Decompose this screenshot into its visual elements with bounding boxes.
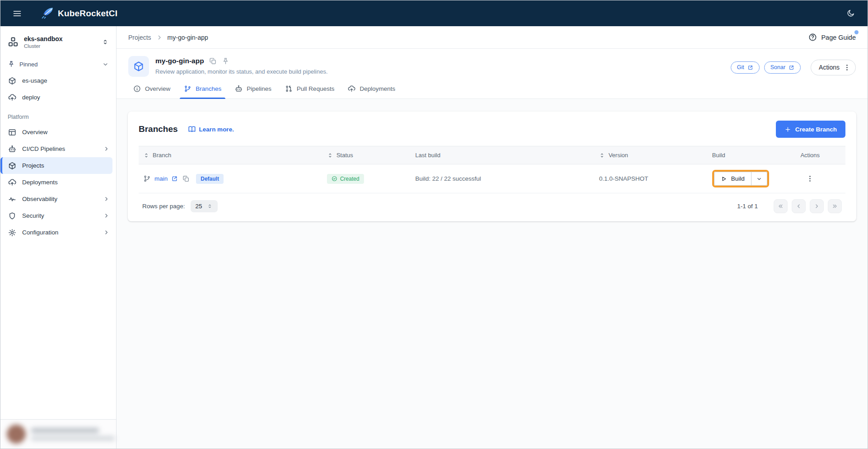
cluster-selector[interactable]: eks-sandbox Cluster (0, 31, 116, 54)
sidebar-item-label: Deployments (22, 179, 58, 186)
copy-icon[interactable] (209, 57, 217, 65)
sidebar-item-label: CI/CD Pipelines (22, 145, 65, 152)
git-branch-icon (184, 85, 191, 93)
hamburger-menu-button[interactable] (9, 6, 25, 21)
sidebar-item-deployments[interactable]: Deployments (0, 174, 116, 191)
brand-name: KubeRocketCI (58, 9, 117, 19)
unfold-more-icon (207, 203, 213, 209)
pin-icon (8, 61, 15, 68)
cluster-icon (8, 37, 19, 47)
page-title: my-go-gin-app (155, 57, 204, 65)
tab-bar: Overview Branches Pipelines Pull Request… (117, 77, 868, 99)
cloud-upload-icon (8, 94, 16, 102)
sort-icon (327, 152, 333, 159)
play-icon (721, 176, 727, 182)
chevrons-left-icon (777, 203, 784, 210)
git-button-label: Git (737, 64, 744, 70)
sidebar-item-configuration[interactable]: Configuration (0, 224, 116, 241)
user-profile-blurred[interactable] (0, 419, 116, 449)
pulse-icon (8, 195, 16, 203)
last-page-button[interactable] (828, 199, 842, 213)
breadcrumb: Projects my-go-gin-app Page Guide (117, 26, 868, 49)
column-header-status[interactable]: Status (322, 146, 411, 164)
git-link-button[interactable]: Git (731, 61, 760, 74)
create-branch-label: Create Branch (795, 126, 837, 133)
chevron-right-icon (103, 145, 110, 152)
tab-branches[interactable]: Branches (177, 82, 228, 98)
moon-icon (846, 9, 855, 18)
cluster-kind: Cluster (24, 43, 96, 49)
next-page-button[interactable] (810, 199, 824, 213)
sidebar-item-label: Configuration (22, 229, 58, 236)
plus-icon (784, 126, 791, 133)
row-actions-menu-button[interactable] (803, 172, 817, 186)
robot-icon (235, 85, 243, 93)
rows-per-page-select[interactable]: 25 (191, 200, 218, 212)
learn-more-link[interactable]: Learn more. (188, 125, 234, 133)
first-page-button[interactable] (774, 199, 788, 213)
pinned-label: Pinned (19, 61, 37, 68)
create-branch-button[interactable]: Create Branch (776, 121, 845, 138)
copy-icon[interactable] (182, 175, 190, 182)
cloud-upload-icon (348, 85, 355, 93)
sidebar-item-observability[interactable]: Observability (0, 191, 116, 207)
page-guide-label: Page Guide (821, 34, 856, 41)
tab-label: Pull Requests (297, 85, 334, 92)
sidebar: eks-sandbox Cluster Pinned es-usage depl… (0, 26, 117, 449)
theme-toggle-button[interactable] (842, 5, 859, 22)
page-guide-button[interactable]: Page Guide (808, 33, 856, 42)
tab-deployments[interactable]: Deployments (341, 82, 402, 98)
external-link-icon[interactable] (171, 175, 178, 182)
table-footer: Rows per page: 25 1-1 of 1 (139, 193, 845, 216)
build-button-highlight: Build (712, 170, 769, 187)
breadcrumb-projects-link[interactable]: Projects (128, 34, 151, 41)
app-root: KubeRocketCI eks-sandbox Cluster Pinned (0, 0, 868, 449)
column-header-version[interactable]: Version (594, 146, 707, 164)
build-dropdown-button[interactable] (751, 172, 767, 185)
pagination-range: 1-1 of 1 (737, 203, 758, 210)
layout-icon (8, 128, 16, 136)
sidebar-item-label: Overview (22, 129, 47, 136)
user-info-redacted (31, 428, 115, 440)
tab-overview[interactable]: Overview (126, 82, 177, 98)
git-pull-request-icon (285, 85, 293, 93)
sidebar-item-cicd-pipelines[interactable]: CI/CD Pipelines (0, 140, 116, 157)
sidebar-item-projects[interactable]: Projects (0, 157, 112, 174)
sidebar-item-label: Observability (22, 196, 57, 202)
sidebar-group-pinned[interactable]: Pinned (0, 54, 116, 72)
cluster-name: eks-sandbox (24, 35, 96, 42)
cloud-upload-icon (8, 178, 16, 187)
external-link-icon (747, 65, 753, 70)
table-row-main-branch: main Default Created (139, 164, 845, 193)
tab-pipelines[interactable]: Pipelines (228, 82, 278, 98)
chevron-left-icon (795, 203, 802, 210)
main-area: Projects my-go-gin-app Page Guide my-g (117, 26, 868, 449)
app-header: my-go-gin-app Review application, monito… (117, 49, 868, 77)
pin-icon[interactable] (222, 57, 229, 65)
git-branch-icon (143, 175, 151, 182)
branch-link[interactable]: main (154, 175, 168, 182)
sidebar-item-deploy[interactable]: deploy (0, 89, 116, 106)
sidebar-item-label: es-usage (22, 77, 47, 84)
rows-per-page-label: Rows per page: (142, 203, 185, 210)
brand-logo[interactable]: KubeRocketCI (40, 7, 117, 20)
rocket-logo-icon (40, 7, 54, 20)
actions-menu-button[interactable]: Actions (811, 60, 856, 75)
sidebar-item-security[interactable]: Security (0, 207, 116, 224)
chevron-down-icon (102, 61, 109, 68)
column-header-branch[interactable]: Branch (139, 146, 322, 164)
table-header-row: Branch Status La (139, 146, 845, 164)
build-button[interactable]: Build (714, 172, 751, 185)
topbar: KubeRocketCI (0, 0, 868, 26)
sonar-link-button[interactable]: Sonar (764, 61, 801, 74)
robot-icon (8, 145, 16, 153)
info-icon (133, 85, 141, 93)
sidebar-item-es-usage[interactable]: es-usage (0, 72, 116, 89)
tab-pull-requests[interactable]: Pull Requests (278, 82, 341, 98)
sidebar-item-overview[interactable]: Overview (0, 124, 116, 140)
cube-icon (8, 77, 16, 85)
content-area: Branches Learn more. Create Branch (117, 99, 868, 449)
section-title: Branches (139, 124, 178, 134)
prev-page-button[interactable] (792, 199, 806, 213)
column-header-actions: Actions (796, 146, 845, 164)
